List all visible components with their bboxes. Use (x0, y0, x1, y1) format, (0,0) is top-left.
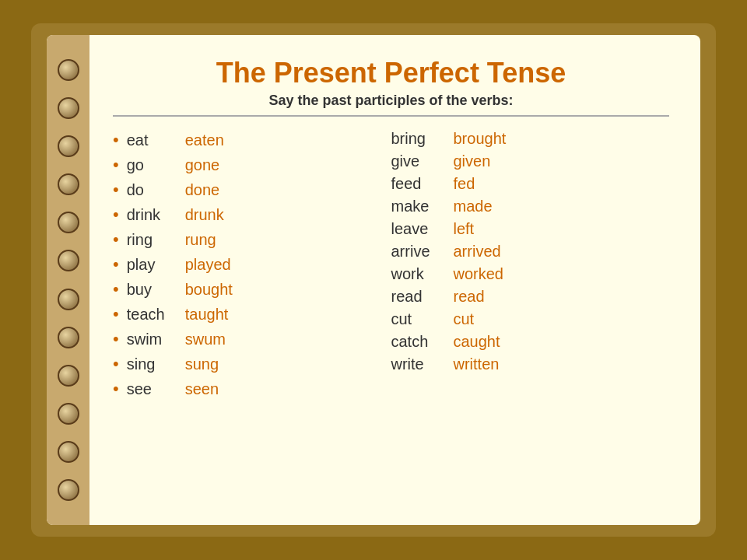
past-participle: done (185, 181, 220, 199)
base-verb: arrive (391, 243, 454, 261)
content-area: The Present Perfect Tense Say the past p… (89, 35, 700, 525)
spiral-ring (58, 327, 79, 348)
verb-row: • ring rung (113, 227, 391, 252)
base-verb: read (391, 288, 454, 306)
past-participle: seen (185, 380, 219, 398)
verb-row: write written (391, 353, 670, 376)
verb-row: give given (391, 150, 670, 173)
verb-row: cut cut (391, 308, 670, 331)
base-verb: eat (127, 131, 185, 149)
base-verb: swim (127, 331, 185, 348)
past-participle: rung (185, 231, 216, 249)
spiral-ring (58, 97, 79, 119)
past-participle: eaten (185, 131, 224, 149)
base-verb: cut (391, 310, 454, 328)
base-verb: teach (127, 306, 185, 324)
past-participle: taught (185, 306, 229, 324)
past-participle: left (454, 220, 475, 238)
past-participle: worked (454, 265, 503, 283)
base-verb: go (127, 156, 185, 174)
verb-row: • see seen (113, 376, 391, 401)
base-verb: see (127, 380, 185, 398)
base-verb: give (391, 152, 454, 170)
base-verb: bring (391, 130, 454, 148)
past-participle: caught (454, 333, 500, 351)
bullet: • (113, 329, 119, 349)
base-verb: write (391, 355, 454, 373)
verb-row: bring brought (391, 128, 670, 150)
verb-row: • drink drunk (113, 202, 391, 227)
spiral-ring (58, 250, 79, 271)
verb-row: • buy bought (113, 277, 391, 302)
outer-frame: The Present Perfect Tense Say the past p… (31, 23, 716, 537)
base-verb: buy (127, 281, 185, 299)
page-title: The Present Perfect Tense (113, 57, 669, 89)
past-participle: bought (185, 281, 233, 299)
past-participle: fed (454, 175, 475, 193)
base-verb: ring (127, 231, 185, 249)
past-participle: gone (185, 156, 220, 174)
spiral-ring (58, 365, 79, 387)
verb-row: • go gone (113, 152, 391, 177)
verb-row: • swim swum (113, 327, 391, 352)
past-participle: read (454, 288, 485, 306)
base-verb: drink (127, 206, 185, 224)
verb-row: • play played (113, 252, 391, 277)
verb-row: • sing sung (113, 352, 391, 376)
notebook: The Present Perfect Tense Say the past p… (47, 35, 700, 525)
verb-row: feed fed (391, 173, 670, 195)
base-verb: catch (391, 333, 454, 351)
bullet: • (113, 379, 119, 399)
bullet: • (113, 205, 119, 225)
verb-row: make made (391, 195, 670, 218)
verb-row: • teach taught (113, 302, 391, 327)
bullet: • (113, 155, 119, 175)
left-column: • eat eaten • go gone • do done • drink … (113, 128, 391, 509)
verb-row: work worked (391, 263, 670, 285)
verb-row: leave left (391, 218, 670, 240)
bullet: • (113, 304, 119, 324)
bullet: • (113, 354, 119, 374)
past-participle: cut (454, 310, 475, 328)
past-participle: drunk (185, 206, 224, 224)
divider (113, 115, 669, 117)
bullet: • (113, 229, 119, 250)
spiral-column (47, 35, 89, 525)
base-verb: do (127, 181, 185, 199)
bullet: • (113, 254, 119, 275)
spiral-ring (58, 441, 79, 463)
base-verb: play (127, 256, 185, 274)
base-verb: feed (391, 175, 454, 193)
past-participle: made (454, 198, 493, 215)
spiral-ring (58, 212, 79, 233)
spiral-ring (58, 403, 79, 425)
verb-row: catch caught (391, 331, 670, 353)
base-verb: sing (127, 355, 185, 373)
verb-row: • eat eaten (113, 128, 391, 152)
page-subtitle: Say the past participles of the verbs: (113, 93, 669, 109)
verb-row: • do done (113, 177, 391, 202)
bullet: • (113, 180, 119, 200)
base-verb: make (391, 198, 454, 215)
past-participle: arrived (454, 243, 501, 261)
past-participle: played (185, 256, 231, 274)
right-column: bring brought give given feed fed make m… (391, 128, 670, 509)
spiral-ring (58, 173, 79, 195)
verb-row: arrive arrived (391, 240, 670, 263)
spiral-ring (58, 59, 79, 81)
past-participle: brought (454, 130, 507, 148)
bullet: • (113, 279, 119, 299)
base-verb: work (391, 265, 454, 283)
spiral-ring (58, 289, 79, 310)
bullet: • (113, 130, 119, 150)
past-participle: swum (185, 331, 226, 348)
past-participle: given (454, 152, 491, 170)
past-participle: sung (185, 355, 219, 373)
spiral-ring (58, 135, 79, 157)
base-verb: leave (391, 220, 454, 238)
spiral-ring (58, 479, 79, 501)
past-participle: written (454, 355, 500, 373)
verb-grid: • eat eaten • go gone • do done • drink … (113, 128, 669, 509)
verb-row: read read (391, 285, 670, 308)
